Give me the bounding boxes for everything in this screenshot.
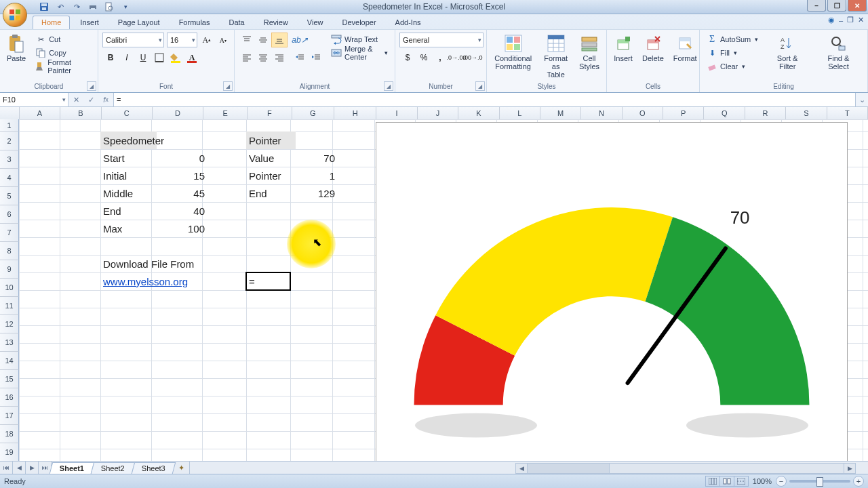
- zoom-out-button[interactable]: −: [776, 476, 787, 487]
- cell-C4[interactable]: Initial: [100, 167, 157, 184]
- mdi-minimize-button[interactable]: –: [839, 16, 843, 24]
- ribbon-tab-home[interactable]: Home: [33, 16, 70, 29]
- col-header[interactable]: T: [827, 107, 868, 119]
- col-header[interactable]: P: [663, 107, 704, 119]
- close-button[interactable]: ✕: [848, 0, 867, 12]
- normal-view-icon[interactable]: [706, 476, 720, 486]
- row-header[interactable]: 4: [0, 169, 19, 187]
- italic-button[interactable]: I: [119, 50, 135, 65]
- fx-enter-icon[interactable]: ✓: [83, 96, 98, 104]
- border-button[interactable]: [151, 50, 167, 65]
- maximize-button[interactable]: ❐: [827, 0, 846, 12]
- number-format-select[interactable]: General: [399, 33, 484, 47]
- qat-preview-icon[interactable]: [103, 1, 115, 13]
- col-header[interactable]: D: [153, 107, 203, 119]
- col-header[interactable]: B: [60, 107, 101, 119]
- format-cells-button[interactable]: Format: [671, 33, 700, 64]
- row-header[interactable]: 2: [0, 132, 19, 150]
- clipboard-launcher-icon[interactable]: ◢: [87, 81, 96, 91]
- row-header[interactable]: 5: [0, 187, 19, 205]
- horizontal-scrollbar[interactable]: ◀▶: [515, 463, 856, 474]
- row-header[interactable]: 6: [0, 205, 19, 224]
- format-painter-button[interactable]: Format Painter: [33, 60, 94, 73]
- formula-expand-icon[interactable]: ⌄: [855, 93, 868, 106]
- fill-color-button[interactable]: [167, 50, 184, 65]
- cell-C7[interactable]: Max: [100, 220, 157, 237]
- number-launcher-icon[interactable]: ◢: [475, 81, 485, 91]
- cut-button[interactable]: ✂Cut: [33, 33, 94, 46]
- ribbon-tab-review[interactable]: Review: [255, 16, 297, 29]
- cell-C2[interactable]: Speedometer: [100, 131, 157, 149]
- sheet-tab-sheet2[interactable]: Sheet2: [91, 462, 135, 474]
- col-header[interactable]: R: [745, 107, 786, 119]
- help-icon[interactable]: ◉: [828, 16, 835, 24]
- minimize-button[interactable]: –: [807, 0, 826, 12]
- row-header[interactable]: 1: [0, 119, 19, 132]
- row-header[interactable]: 9: [0, 260, 19, 279]
- col-header[interactable]: C: [102, 107, 153, 119]
- font-size-select[interactable]: 16: [167, 33, 197, 47]
- wrap-text-button[interactable]: Wrap Text: [328, 33, 391, 46]
- row-header[interactable]: 14: [0, 352, 19, 370]
- cell-C9[interactable]: Download File From: [100, 255, 258, 272]
- cell-F3[interactable]: Value: [246, 149, 296, 167]
- ribbon-tab-insert[interactable]: Insert: [71, 16, 108, 29]
- col-header[interactable]: F: [248, 107, 292, 119]
- decrease-decimal-button[interactable]: .00→.0: [465, 50, 481, 65]
- ribbon-tab-developer[interactable]: Developer: [333, 16, 384, 29]
- font-name-select[interactable]: Calibri: [102, 33, 164, 47]
- cell-D4[interactable]: 15: [151, 167, 208, 184]
- ribbon-tab-page-layout[interactable]: Page Layout: [109, 16, 169, 29]
- cell-F5[interactable]: End: [246, 184, 296, 202]
- col-header[interactable]: Q: [704, 107, 745, 119]
- qat-print-icon[interactable]: [87, 1, 99, 13]
- col-header[interactable]: E: [203, 107, 248, 119]
- fill-button[interactable]: ⬇Fill▾: [704, 46, 761, 60]
- sheet-tab-sheet3[interactable]: Sheet3: [132, 462, 176, 474]
- row-header[interactable]: 8: [0, 242, 19, 260]
- align-top-button[interactable]: [239, 33, 255, 47]
- autosum-button[interactable]: ΣAutoSum▾: [704, 33, 761, 46]
- ribbon-tab-add-ins[interactable]: Add-Ins: [387, 16, 430, 29]
- view-buttons[interactable]: [705, 476, 749, 487]
- orientation-button[interactable]: ab↗: [292, 33, 308, 47]
- row-header[interactable]: 15: [0, 370, 19, 388]
- row-header[interactable]: 12: [0, 315, 19, 333]
- copy-button[interactable]: Copy: [33, 46, 94, 60]
- cell-D3[interactable]: 0: [151, 149, 208, 167]
- fx-cancel-icon[interactable]: ✕: [68, 96, 83, 104]
- new-sheet-button[interactable]: ✦: [174, 462, 189, 474]
- decrease-indent-button[interactable]: [292, 50, 308, 65]
- zoom-slider[interactable]: − +: [776, 476, 864, 487]
- delete-cells-button[interactable]: Delete: [639, 33, 667, 64]
- insert-cells-button[interactable]: Insert: [611, 33, 635, 64]
- sheet-nav-next-icon[interactable]: ▶: [26, 462, 39, 474]
- office-button[interactable]: [3, 3, 27, 27]
- cell-C6[interactable]: End: [100, 202, 157, 220]
- col-header[interactable]: O: [623, 107, 663, 119]
- worksheet-grid[interactable]: ABCDEFGHIJKLMNOPQRST 1234567891011121314…: [0, 107, 868, 461]
- select-all-corner[interactable]: [0, 107, 20, 119]
- merge-center-button[interactable]: Merge & Center▾: [328, 46, 391, 60]
- row-header[interactable]: 16: [0, 388, 19, 407]
- formula-input[interactable]: =: [114, 93, 855, 106]
- ribbon-tab-data[interactable]: Data: [220, 16, 253, 29]
- qat-undo-icon[interactable]: ↶: [54, 1, 66, 13]
- col-header[interactable]: M: [540, 107, 581, 119]
- mdi-restore-button[interactable]: ❐: [847, 16, 854, 24]
- row-header[interactable]: 19: [0, 443, 19, 461]
- align-right-button[interactable]: [271, 50, 288, 65]
- align-middle-button[interactable]: [255, 33, 271, 47]
- zoom-in-button[interactable]: +: [853, 476, 864, 487]
- row-header[interactable]: 18: [0, 425, 19, 443]
- page-layout-view-icon[interactable]: [720, 476, 734, 486]
- fx-button-icon[interactable]: fx: [98, 96, 113, 104]
- align-center-button[interactable]: [255, 50, 271, 65]
- font-launcher-icon[interactable]: ◢: [223, 81, 233, 91]
- percent-button[interactable]: %: [416, 50, 432, 65]
- mdi-close-button[interactable]: ✕: [858, 16, 864, 24]
- chart-area[interactable]: 70: [376, 122, 848, 461]
- align-left-button[interactable]: [239, 50, 255, 65]
- format-as-table-button[interactable]: Format as Table: [539, 33, 572, 80]
- cell-F10[interactable]: =: [246, 272, 296, 290]
